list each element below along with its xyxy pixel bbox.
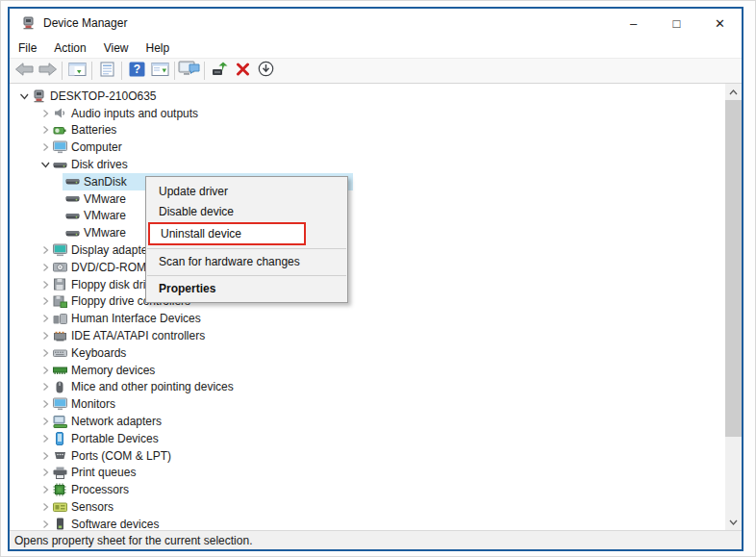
menu-bar: FileActionViewHelp	[10, 38, 742, 58]
chevron-collapsed-icon[interactable]	[38, 397, 52, 411]
tree-item-mice-and-other-pointing-devices[interactable]: Mice and other pointing devices	[10, 379, 725, 396]
tree-item-label: VMware	[84, 209, 126, 222]
chevron-collapsed-icon[interactable]	[38, 364, 52, 377]
keyboard-icon	[52, 346, 67, 360]
tree-item-disk-drives[interactable]: Disk drives	[10, 156, 725, 173]
properties-pane-button[interactable]	[95, 60, 118, 82]
tree-item-floppy-drive-controllers[interactable]: Floppy drive controllers	[10, 293, 725, 311]
chevron-collapsed-icon[interactable]	[38, 432, 52, 445]
menu-help[interactable]: Help	[138, 39, 179, 57]
chevron-collapsed-icon[interactable]	[38, 278, 52, 291]
chevron-collapsed-icon[interactable]	[38, 483, 52, 496]
context-menu-item-scan-for-hardware-changes[interactable]: Scan for hardware changes	[146, 252, 347, 272]
update-driver-icon	[211, 61, 228, 81]
chevron-collapsed-icon[interactable]	[38, 294, 52, 308]
remote-desktop-button[interactable]	[178, 60, 201, 82]
uninstall-device-button[interactable]	[231, 60, 254, 82]
window-title: Device Manager	[43, 16, 127, 30]
chevron-collapsed-icon[interactable]	[38, 329, 52, 342]
export-list-button[interactable]	[148, 60, 171, 82]
tree-item-label: SanDisk	[84, 175, 127, 189]
context-menu-item-update-driver[interactable]: Update driver	[146, 182, 347, 202]
scrollbar-down-icon[interactable]	[725, 514, 742, 530]
tree-item-sensors[interactable]: Sensors	[10, 498, 725, 516]
tree-item-ports-com-lpt[interactable]: Ports (COM & LPT)	[10, 447, 725, 465]
chevron-collapsed-icon[interactable]	[38, 449, 52, 463]
menu-action[interactable]: Action	[45, 39, 94, 57]
svg-text:?: ?	[133, 63, 139, 76]
tree-item-display-adapters[interactable]: Display adapters	[10, 241, 725, 259]
tree-item-desktop-210o635[interactable]: DESKTOP-210O635	[10, 88, 725, 105]
context-menu-item-disable-device[interactable]: Disable device	[146, 202, 347, 222]
tree-item-audio-inputs-and-outputs[interactable]: Audio inputs and outputs	[10, 105, 725, 122]
vertical-scrollbar[interactable]	[725, 84, 742, 530]
tree-item-label: Keyboards	[71, 346, 126, 360]
chevron-collapsed-icon[interactable]	[38, 346, 52, 360]
tree-item-batteries[interactable]: Batteries	[10, 122, 725, 139]
menu-separator	[147, 248, 346, 249]
chevron-expanded-icon[interactable]	[17, 89, 31, 103]
scrollbar-up-icon[interactable]	[725, 84, 742, 100]
status-text: Opens property sheet for the current sel…	[14, 534, 252, 547]
tree-item-label: Network adapters	[71, 415, 162, 428]
device-manager-window: Device Manager –□✕ FileActionViewHelp ? …	[8, 7, 743, 551]
chevron-collapsed-icon[interactable]	[38, 107, 52, 120]
forward-arrow-button[interactable]	[36, 60, 59, 82]
tree-item-sandisk[interactable]: SanDisk	[10, 173, 725, 190]
chevron-collapsed-icon[interactable]	[38, 380, 52, 393]
chevron-collapsed-icon[interactable]	[38, 140, 52, 154]
update-driver-button[interactable]	[208, 60, 231, 82]
tree-rows: DESKTOP-210O635Audio inputs and outputsB…	[10, 88, 725, 530]
tree-item-network-adapters[interactable]: Network adapters	[10, 413, 725, 430]
scrollbar-thumb[interactable]	[725, 100, 742, 437]
chevron-collapsed-icon[interactable]	[38, 243, 52, 257]
ports-icon	[52, 449, 67, 463]
help-icon: ?	[129, 62, 145, 81]
chevron-collapsed-icon[interactable]	[38, 518, 52, 530]
software-icon	[52, 518, 67, 530]
chevron-collapsed-icon[interactable]	[38, 312, 52, 325]
back-arrow-button[interactable]	[13, 60, 36, 82]
tree-item-floppy-disk-drives[interactable]: Floppy disk drives	[10, 276, 725, 293]
maximize-button[interactable]: □	[655, 9, 698, 38]
chevron-collapsed-icon[interactable]	[38, 466, 52, 479]
tree-item-label: DESKTOP-210O635	[50, 89, 157, 103]
chevron-collapsed-icon[interactable]	[38, 415, 52, 428]
menu-file[interactable]: File	[10, 39, 45, 57]
tree-item-portable-devices[interactable]: Portable Devices	[10, 430, 725, 447]
chevron-collapsed-icon[interactable]	[38, 261, 52, 274]
properties-pane-icon	[99, 62, 115, 81]
tree-item-processors[interactable]: Processors	[10, 481, 725, 498]
tree-item-vmware[interactable]: VMware	[10, 190, 725, 208]
help-button[interactable]: ?	[125, 60, 148, 82]
tree-item-computer[interactable]: Computer	[10, 139, 725, 156]
tree-item-vmware[interactable]: VMware	[10, 208, 725, 225]
tree-item-print-queues[interactable]: Print queues	[10, 465, 725, 482]
tree-item-dvd-cd-rom-drives[interactable]: DVD/CD-ROM drives	[10, 259, 725, 276]
toolbar-separator	[91, 62, 92, 80]
tree-item-memory-devices[interactable]: Memory devices	[10, 362, 725, 379]
chevron-expanded-icon[interactable]	[38, 158, 52, 171]
menu-view[interactable]: View	[95, 39, 138, 57]
tree-item-vmware[interactable]: VMware	[10, 224, 725, 241]
tree-item-ide-ata-atapi-controllers[interactable]: IDE ATA/ATAPI controllers	[10, 327, 725, 344]
context-menu-item-properties[interactable]: Properties	[146, 279, 347, 299]
minimize-button[interactable]: –	[612, 9, 655, 38]
close-button[interactable]: ✕	[698, 9, 742, 38]
scan-hardware-button[interactable]	[254, 60, 277, 82]
context-menu-item-uninstall-device-highlighted[interactable]: Uninstall device	[148, 222, 306, 245]
tree-item-keyboards[interactable]: Keyboards	[10, 344, 725, 362]
memory-icon	[52, 364, 67, 377]
show-console-tree-button[interactable]	[65, 60, 88, 82]
chevron-collapsed-icon[interactable]	[38, 123, 52, 137]
tree-item-human-interface-devices[interactable]: Human Interface Devices	[10, 310, 725, 327]
disk-icon	[64, 209, 80, 222]
battery-icon	[52, 123, 67, 137]
tree-item-software-devices[interactable]: Software devices	[10, 516, 725, 530]
menu-separator	[147, 275, 346, 276]
chevron-spacer	[51, 209, 64, 222]
tree-item-label: VMware	[84, 192, 126, 206]
chevron-collapsed-icon[interactable]	[38, 500, 52, 514]
tree-item-monitors[interactable]: Monitors	[10, 395, 725, 413]
ide-icon	[52, 329, 67, 342]
